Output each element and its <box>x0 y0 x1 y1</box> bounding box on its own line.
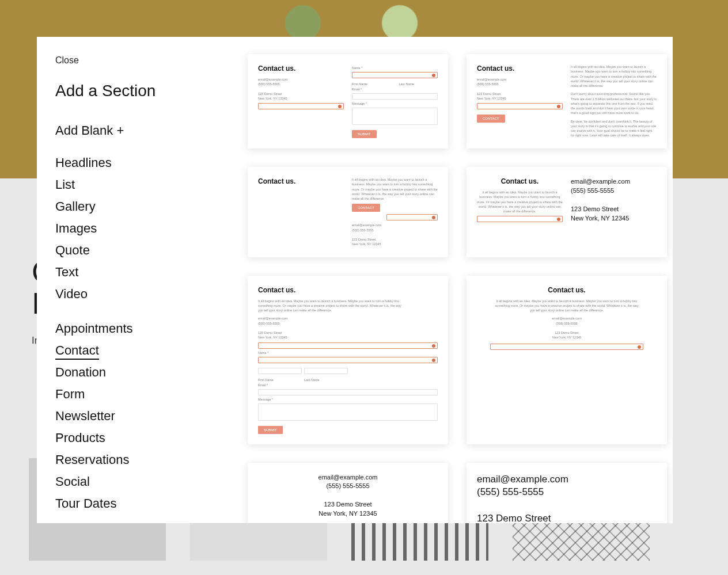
preview-input <box>477 216 563 222</box>
category-list[interactable]: Add Blank + Headlines List Gallery Image… <box>55 120 230 523</box>
preview-input <box>304 368 348 374</box>
category-contact[interactable]: Contact <box>55 340 226 361</box>
preview-label-first: First Name <box>258 378 302 382</box>
contact-layout-preview[interactable]: Contact us. email@example.com (555) 555-… <box>248 54 448 148</box>
preview-input <box>258 342 438 349</box>
preview-textarea <box>258 403 438 421</box>
category-donation[interactable]: Donation <box>55 361 226 383</box>
preview-label-email: Email * <box>352 87 438 91</box>
category-images[interactable]: Images <box>55 218 226 239</box>
category-social[interactable]: Social <box>55 471 226 493</box>
preview-heading: Contact us. <box>258 177 344 185</box>
section-preview-grid[interactable]: Contact us. email@example.com (555) 555-… <box>230 37 673 523</box>
preview-paragraph: It all begins with an idea. Maybe you wa… <box>352 177 438 201</box>
preview-input <box>258 357 438 363</box>
preview-paragraph: Don't worry about sounding professional.… <box>571 92 657 115</box>
close-button[interactable]: Close <box>55 55 230 66</box>
preview-label-last: Last Name <box>304 378 348 382</box>
preview-label-name: Name * <box>352 66 438 70</box>
category-newsletter[interactable]: Newsletter <box>55 405 226 427</box>
preview-contact-info: email@example.com (555) 555-5555 123 Dem… <box>258 77 344 101</box>
preview-contact-info: email@example.com (555) 555-5555 123 Dem… <box>477 316 657 340</box>
add-section-modal: Close Add a Section Add Blank + Headline… <box>37 37 673 523</box>
preview-contact-button: CONTACT <box>477 115 505 123</box>
contact-layout-preview[interactable]: Contact us. It all begins with an idea. … <box>467 276 667 444</box>
preview-input <box>386 214 438 220</box>
preview-contact-info: email@example.com (555) 555-5555 123 Dem… <box>352 223 438 246</box>
preview-input <box>477 103 563 109</box>
preview-paragraph: It all begins with an idea. Maybe you wa… <box>258 299 402 313</box>
contact-layout-preview[interactable]: Contact us. It all begins with an idea. … <box>248 276 448 444</box>
modal-sidebar: Close Add a Section Add Blank + Headline… <box>37 37 230 523</box>
preview-input <box>352 93 438 100</box>
preview-label-last: Last Name <box>399 82 438 86</box>
preview-textarea <box>352 108 438 125</box>
category-headlines[interactable]: Headlines <box>55 152 226 174</box>
preview-submit-button: SUBMIT <box>352 130 377 138</box>
preview-label-message: Message * <box>258 398 438 401</box>
preview-heading: Contact us. <box>258 286 438 294</box>
category-quote[interactable]: Quote <box>55 239 226 261</box>
category-appointments[interactable]: Appointments <box>55 318 226 340</box>
category-tour-dates[interactable]: Tour Dates <box>55 493 226 515</box>
preview-input <box>490 344 643 350</box>
category-gallery[interactable]: Gallery <box>55 196 226 218</box>
contact-layout-preview[interactable]: Contact us. It all begins with an idea. … <box>248 167 448 257</box>
modal-title: Add a Section <box>55 82 230 100</box>
category-reservations[interactable]: Reservations <box>55 449 226 471</box>
preview-paragraph: It all begins with an idea. Maybe you wa… <box>571 64 657 88</box>
contact-layout-preview[interactable]: Contact us. It all begins with an idea. … <box>467 167 667 257</box>
contact-layout-preview[interactable]: email@example.com (555) 555-5555 123 Dem… <box>467 463 667 524</box>
preview-submit-button: SUBMIT <box>258 426 283 434</box>
preview-contact-button: CONTACT <box>352 204 380 212</box>
preview-paragraph: It all begins with an idea. Maybe you wa… <box>495 299 639 313</box>
preview-contact-info: email@example.com (555) 555-5555 123 Dem… <box>477 77 563 101</box>
preview-input <box>258 103 344 109</box>
category-text[interactable]: Text <box>55 261 226 283</box>
category-list[interactable]: List <box>55 174 226 196</box>
preview-paragraph: It all begins with an idea. Maybe you wa… <box>477 190 563 214</box>
preview-input <box>258 389 438 395</box>
preview-input <box>258 368 302 374</box>
contact-layout-preview[interactable]: Contact us. email@example.com (555) 555-… <box>467 54 667 148</box>
preview-paragraph: Be clear, be confident and don't overthi… <box>571 119 657 138</box>
preview-heading: Contact us. <box>477 286 657 294</box>
preview-contact-info: email@example.com (555) 555-5555 123 Dem… <box>477 473 657 524</box>
add-blank-button[interactable]: Add Blank + <box>55 120 226 142</box>
preview-input <box>352 72 438 78</box>
preview-heading: Contact us. <box>477 64 563 73</box>
preview-label-name: Name * <box>258 351 438 355</box>
preview-contact-info: email@example.com (555) 555-5555 123 Dem… <box>571 177 657 223</box>
contact-layout-preview[interactable]: email@example.com (555) 555-5555 123 Dem… <box>248 463 448 524</box>
preview-heading: Contact us. <box>258 64 344 73</box>
preview-label-message: Message * <box>352 102 438 105</box>
preview-heading: Contact us. <box>477 177 563 185</box>
category-form[interactable]: Form <box>55 383 226 405</box>
preview-contact-info: email@example.com (555) 555-5555 123 Dem… <box>258 316 438 340</box>
category-video[interactable]: Video <box>55 283 226 305</box>
preview-contact-info: email@example.com (555) 555-5555 123 Dem… <box>258 473 438 519</box>
category-products[interactable]: Products <box>55 427 226 449</box>
preview-label-email: Email * <box>258 383 438 387</box>
preview-label-first: First Name <box>352 82 391 86</box>
